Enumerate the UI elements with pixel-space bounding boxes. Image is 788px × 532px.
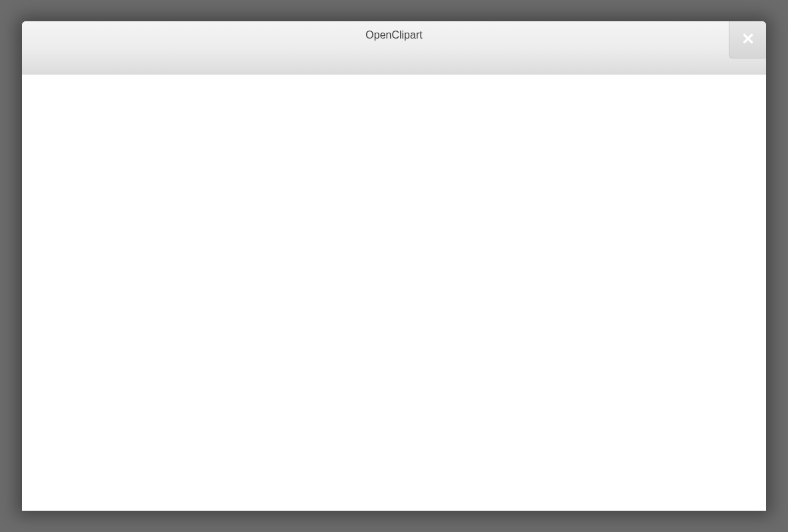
content-area[interactable] <box>22 74 766 511</box>
dialog-backdrop: OpenClipart <box>0 0 788 532</box>
content-inner <box>22 74 766 511</box>
dialog-titlebar: OpenClipart <box>22 21 766 74</box>
close-button[interactable] <box>729 21 766 59</box>
dialog-title: OpenClipart <box>22 29 766 41</box>
close-icon <box>742 33 754 47</box>
dialog-window: OpenClipart <box>22 21 766 511</box>
